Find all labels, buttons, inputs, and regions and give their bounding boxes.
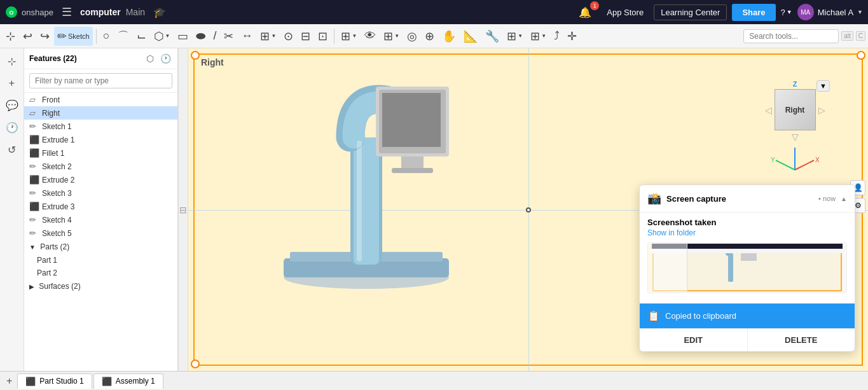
add-tab-button[interactable]: + [3,374,16,388]
mirror-tool[interactable]: ⊟ [298,27,313,46]
part-studio-label: Part Studio 1 [39,377,83,386]
feature-item-fillet1[interactable]: ⬛ Fillet 1 [24,146,177,160]
more-tool-5[interactable]: ✋ [439,27,459,46]
offset-tool[interactable]: ⊡ [315,27,331,46]
sidebar-refresh-button[interactable]: ↺ [4,141,19,159]
handle-tl[interactable] [191,51,200,60]
feature-item-part1[interactable]: Part 1 [24,254,177,267]
line-tool[interactable]: / [210,27,219,45]
trim-tool[interactable]: ✂ [221,27,237,46]
more-tool-2[interactable]: ⊞▼ [380,27,403,46]
eye-tool[interactable]: 👁 [361,27,379,45]
handle-tr[interactable] [857,51,865,60]
learning-center-button[interactable]: Learning Center [654,4,727,20]
sketch-button[interactable]: ✏ Sketch [54,27,93,46]
feature-label-sketch2: Sketch 2 [42,162,72,171]
delete-button[interactable]: DELETE [748,329,855,351]
more-tool-3[interactable]: ◎ [404,27,420,46]
svg-rect-20 [728,253,733,282]
down-arrow-button[interactable]: ▽ [792,132,799,142]
constraint-icon: ⊞ [260,29,270,43]
user-menu[interactable]: MA Michael A ▼ [797,4,863,20]
dropdown-tool-5[interactable]: ⊞▼ [504,27,526,46]
hamburger-button[interactable]: ☰ [59,3,75,22]
feature-label-part2: Part 2 [37,268,57,277]
more-tool-4[interactable]: ⊕ [422,27,437,46]
dropdown-tool-1[interactable]: ⬡▼ [151,27,174,46]
feature-label-front: Front [42,95,60,104]
help-icon: ? [781,8,785,17]
feature-item-extrude1[interactable]: ⬛ Extrude 1 [24,133,177,146]
handle-bl[interactable] [191,359,200,368]
redo-button[interactable]: ↪ [37,27,53,46]
share-button[interactable]: Share [732,4,775,21]
viewport[interactable]: Right [188,48,868,371]
divider-1 [96,29,97,44]
tab-part-studio[interactable]: ⬛ Part Studio 1 [17,373,92,389]
search-input[interactable] [743,29,839,43]
feature-item-part2[interactable]: Part 2 [24,267,177,279]
feature-item-extrude3[interactable]: ⬛ Extrude 3 [24,200,177,213]
show-in-folder-link[interactable]: Show in folder [647,228,847,237]
dropdown-tool-2[interactable]: ⊞▼ [257,27,279,46]
left-arrow-button[interactable]: ◁ [765,105,772,115]
feature-filter-input[interactable] [29,73,172,88]
edit-button[interactable]: EDIT [640,329,747,351]
feature-item-extrude2[interactable]: ⬛ Extrude 2 [24,173,177,186]
notifications-button[interactable]: 🔔 1 [574,4,596,21]
spline-tool[interactable]: ⌒ [114,26,132,46]
spline-icon: ⌒ [118,29,129,44]
export-tool[interactable]: ⤴ [551,27,563,45]
feature-item-sketch1[interactable]: ✏ Sketch 1 [24,120,177,133]
features-clock-button[interactable]: 🕐 [159,52,172,65]
top-nav: O onshape ☰ computer Main 🎓 🔔 1 App Stor… [0,0,868,24]
avatar: MA [797,4,814,20]
help-button[interactable]: ? ▼ [781,8,792,17]
right-arrow-button[interactable]: ▷ [818,105,825,115]
surfaces-toggle-icon: ▶ [29,283,34,290]
circle-tool[interactable]: ○ [100,27,113,45]
ellipse-tool[interactable]: ⬬ [193,27,209,45]
dimension-tool[interactable]: ↔ [238,27,256,45]
panel-collapse-handle[interactable]: ⊟ [178,48,188,371]
dropdown-arrow-6: ▼ [541,33,546,39]
sidebar-comment-button[interactable]: 💬 [3,96,22,115]
feature-item-sketch4[interactable]: ✏ Sketch 4 [24,213,177,226]
sketch-icon-3: ✏ [29,188,38,198]
features-header: Features (22) ⬡ 🕐 [24,48,177,69]
undo-button[interactable]: ↩ [20,27,36,46]
plane-icon-right: ▱ [29,108,38,118]
selection-tool-button[interactable]: ⊹ [3,27,18,46]
dropdown-arrow-3: ▼ [352,33,357,39]
feature-item-sketch2[interactable]: ✏ Sketch 2 [24,160,177,173]
surfaces-section[interactable]: ▶ Surfaces (2) [24,279,177,293]
doc-branch: Main [126,7,145,17]
tab-assembly1[interactable]: ⬛ Assembly 1 [93,373,163,389]
feature-item-sketch3[interactable]: ✏ Sketch 3 [24,186,177,200]
popup-expand-button[interactable]: ▲ [841,195,847,202]
dropdown-tool-6[interactable]: ⊞▼ [527,27,549,46]
sidebar-select-button[interactable]: ⊹ [4,52,19,71]
move-tool[interactable]: ✛ [564,27,580,46]
rect-icon: ▭ [177,29,188,43]
more-tool-1[interactable]: ⊞▼ [338,27,360,46]
view-icon: ⊙ [284,29,293,43]
graduate-button[interactable]: 🎓 [150,4,169,21]
view-tool[interactable]: ⊙ [280,27,296,46]
feature-item-front[interactable]: ▱ Front [24,93,177,106]
cube-face-right[interactable]: Right [775,89,816,130]
parts-section[interactable]: ▼ Parts (2) [24,240,177,254]
feature-item-right[interactable]: ▱ Right [24,106,177,120]
features-expand-button[interactable]: ⬡ [145,52,155,65]
fillet-tool[interactable]: ⌙ [134,27,149,46]
feature-item-sketch5[interactable]: ✏ Sketch 5 [24,226,177,240]
hand-tool-icon: ✋ [442,29,456,43]
rect-tool[interactable]: ▭ [174,27,191,46]
sidebar-add-button[interactable]: + [6,74,18,92]
more-tool-6[interactable]: 📐 [460,27,481,46]
cube-bottom-row: ▽ [760,132,830,142]
sidebar-history-button[interactable]: 🕐 [3,118,22,137]
more-tool-7[interactable]: 🔧 [482,27,502,46]
app-store-button[interactable]: App Store [602,5,649,20]
view-dropdown-button[interactable]: ▼ [816,80,830,92]
